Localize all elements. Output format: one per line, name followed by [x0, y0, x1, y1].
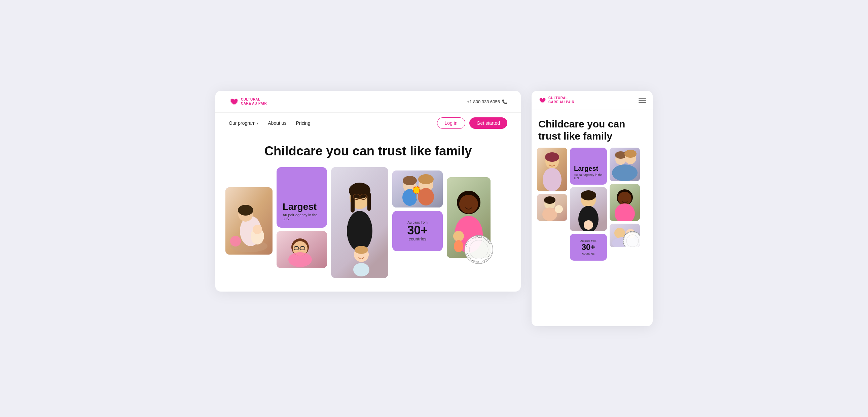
nav-bar: Our program ▾ About us Pricing Log in Ge… [215, 113, 521, 133]
col-left [225, 187, 273, 255]
chevron-down-icon: ▾ [257, 121, 258, 125]
svg-point-14 [288, 252, 312, 267]
mobile-aupairs-num: 30+ [582, 243, 595, 252]
stamp-svg: STATE DEPARTMENT CULTURAL EXCHANGE · PRO… [464, 234, 494, 265]
mobile-aupairs-sub: countries [582, 252, 595, 255]
mobile-hero-title: Childcare you can trust like family [532, 110, 653, 148]
mobile-photo-grid: Largest Au pair agency in the U.S. [532, 148, 653, 261]
mobile-photo-girls [610, 148, 640, 181]
mobile-photo-svg-1 [537, 148, 567, 191]
hamburger-menu-button[interactable] [639, 98, 646, 103]
mobile-aupairs-card: Au pairs from 30+ countries [570, 234, 607, 261]
svg-point-57 [581, 190, 596, 200]
col-right-inner: Au pairs from 30+ countries [392, 170, 443, 251]
top-bar: CULTURAL CARE AU PAIR +1 800 333 6056 📞 [215, 91, 521, 113]
nav-links: Our program ▾ About us Pricing [229, 120, 310, 126]
mobile-photo-african-woman [610, 184, 640, 221]
svg-point-48 [545, 152, 559, 162]
svg-point-4 [238, 205, 253, 216]
photo-svg-2 [277, 231, 327, 268]
mobile-col-left [537, 148, 567, 221]
get-started-button[interactable]: Get started [469, 117, 507, 129]
mobile-col-center: Largest Au pair agency in the U.S. [570, 148, 607, 261]
state-dept-stamp: STATE DEPARTMENT CULTURAL EXCHANGE · PRO… [464, 234, 494, 265]
largest-card: Largest Au pair agency in the U.S. [277, 167, 327, 228]
photo-svg-4 [392, 170, 443, 207]
photo-happy-woman [277, 231, 327, 268]
svg-point-54 [555, 205, 563, 213]
mobile-largest-title: Largest [574, 165, 603, 172]
mobile-aupairs-label: Au pairs from [580, 239, 596, 243]
photo-woman-with-baby [225, 187, 273, 255]
mobile-photo-small: STATE DEPARTMENT CULTURAL EXCHANGE·PROGR… [610, 224, 640, 247]
mobile-largest-card: Largest Au pair agency in the U.S. [570, 148, 607, 185]
logo-text: CULTURAL CARE AU PAIR [241, 98, 267, 105]
svg-point-40 [453, 231, 464, 242]
mobile-col-right: STATE DEPARTMENT CULTURAL EXCHANGE·PROGR… [610, 148, 640, 247]
nav-actions: Log in Get started [437, 117, 507, 129]
svg-point-41 [454, 240, 463, 252]
screens-container: CULTURAL CARE AU PAIR +1 800 333 6056 📞 … [215, 91, 653, 326]
mobile-photo-svg-3 [570, 187, 607, 231]
aupairs-card: Au pairs from 30+ countries [392, 211, 443, 251]
desktop-screen: CULTURAL CARE AU PAIR +1 800 333 6056 📞 … [215, 91, 521, 292]
mobile-stamp: STATE DEPARTMENT CULTURAL EXCHANGE·PROGR… [622, 231, 640, 247]
mobile-top-bar: CULTURAL CARE AU PAIR [532, 91, 653, 110]
svg-point-28 [403, 176, 417, 185]
largest-title: Largest [283, 202, 321, 212]
mobile-logo-icon [538, 97, 546, 104]
mobile-logo-text: CULTURAL CARE AU PAIR [548, 96, 574, 104]
hero-title: Childcare you can trust like family [229, 143, 507, 159]
svg-rect-19 [367, 192, 371, 211]
desktop-logo[interactable]: CULTURAL CARE AU PAIR [229, 97, 267, 106]
photo-svg-1 [225, 187, 273, 255]
mobile-stamp-svg: STATE DEPARTMENT CULTURAL EXCHANGE·PROGR… [622, 231, 640, 247]
photo-grid: Largest Au pair agency in the U.S. [215, 167, 521, 278]
mobile-photo-svg-2 [537, 194, 567, 221]
login-button[interactable]: Log in [437, 117, 465, 129]
nav-item-about[interactable]: About us [268, 120, 286, 126]
aupairs-sub: countries [409, 236, 427, 242]
phone-icon: 📞 [502, 99, 507, 104]
nav-item-program[interactable]: Our program ▾ [229, 120, 258, 126]
svg-point-25 [354, 246, 368, 254]
aupairs-number: 30+ [407, 224, 428, 236]
svg-point-65 [612, 164, 638, 181]
largest-sub: Au pair agency in the U.S. [283, 213, 321, 221]
svg-point-42 [465, 235, 493, 264]
photo-svg-3 [331, 167, 388, 278]
phone-number[interactable]: +1 800 333 6056 📞 [467, 99, 507, 104]
svg-point-64 [624, 150, 637, 158]
mobile-photo-mom-baby [537, 194, 567, 221]
svg-point-38 [459, 195, 478, 214]
heart-logo-icon [229, 97, 238, 106]
svg-point-31 [418, 174, 434, 184]
svg-point-59 [584, 220, 593, 230]
col-far-right: STATE DEPARTMENT CULTURAL EXCHANGE · PRO… [447, 177, 491, 258]
svg-point-24 [353, 263, 369, 277]
mobile-largest-sub: Au pair agency in the U.S. [574, 173, 603, 180]
svg-point-52 [544, 196, 555, 204]
col-center-left: Largest Au pair agency in the U.S. [277, 167, 327, 268]
mobile-photo-woman [537, 148, 567, 191]
mobile-photo-aupair [570, 187, 607, 231]
svg-point-49 [542, 168, 561, 191]
svg-point-20 [347, 211, 372, 251]
svg-point-6 [253, 225, 262, 234]
mobile-photo-svg-4 [610, 148, 640, 181]
mobile-logo[interactable]: CULTURAL CARE AU PAIR [538, 96, 574, 104]
col-center-main [331, 167, 388, 278]
mobile-screen: CULTURAL CARE AU PAIR Childcare you can … [532, 91, 653, 326]
photo-girls-candy [392, 170, 443, 207]
svg-point-7 [230, 236, 241, 247]
nav-item-pricing[interactable]: Pricing [296, 120, 311, 126]
photo-aupair-toddler [331, 167, 388, 278]
mobile-photo-svg-5 [610, 184, 640, 221]
